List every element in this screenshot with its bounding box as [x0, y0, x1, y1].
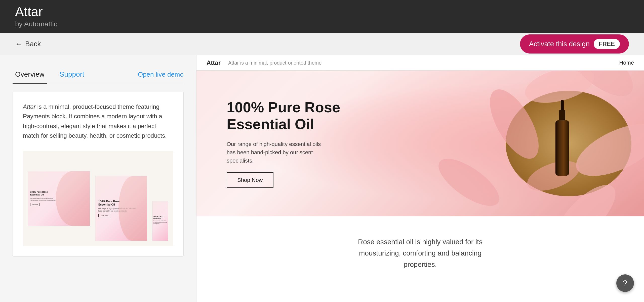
hero-subtext: Our range of high-quality essential oils… [227, 140, 327, 165]
help-button[interactable]: ? [616, 274, 634, 292]
preview-logo: Attar [207, 59, 221, 66]
left-panel: Overview Support Open live demo Attar is… [0, 55, 196, 302]
action-bar: ← Back Activate this design FREE [0, 33, 644, 55]
svg-rect-17 [555, 120, 569, 176]
open-live-demo-link[interactable]: Open live demo [138, 71, 184, 78]
right-panel: Attar Attar is a minimal, product-orient… [196, 55, 644, 302]
preview-chrome: Attar Attar is a minimal, product-orient… [196, 55, 644, 71]
svg-rect-15 [561, 100, 564, 110]
overview-box: Attar is a minimal, product-focused them… [13, 92, 184, 257]
tab-support[interactable]: Support [57, 65, 87, 84]
bottle-svg [551, 100, 574, 186]
help-icon: ? [623, 279, 627, 288]
hero-heading: 100% Pure Rose Essential Oil [227, 99, 340, 132]
preview-tagline: Attar is a minimal, product-oriented the… [228, 60, 321, 66]
hero-text-block: 100% Pure Rose Essential Oil Our range o… [227, 99, 340, 188]
theme-title: Attar [15, 5, 57, 19]
tabs-bar: Overview Support Open live demo [13, 65, 184, 84]
back-arrow-icon: ← [15, 40, 23, 48]
preview-nav[interactable]: Home [619, 60, 634, 66]
bottle-decoration [551, 100, 574, 187]
shop-now-button[interactable]: Shop Now [227, 172, 273, 188]
mobile-preview: 100% Pure RoseEssential Oil Our essentia… [152, 201, 168, 241]
overview-text-rest: is a minimal, product-focused theme feat… [23, 103, 167, 139]
activate-label: Activate this design [529, 40, 590, 48]
back-button[interactable]: ← Back [15, 40, 41, 48]
svg-point-6 [569, 113, 644, 187]
activate-button[interactable]: Activate this design FREE [520, 34, 629, 54]
second-section-text: Rose essential oil is highly valued for … [357, 236, 483, 270]
free-badge: FREE [594, 39, 620, 49]
tablet-preview: 100% Pure RoseEssential Oil Our range of… [95, 176, 147, 241]
theme-name-italic: Attar [23, 103, 36, 110]
svg-rect-16 [559, 110, 565, 121]
back-label: Back [25, 40, 41, 48]
preview-screenshots: 100% Pure RoseEssential Oil Our essentia… [23, 151, 173, 246]
desktop-preview: 100% Pure RoseEssential Oil Our essentia… [28, 171, 90, 226]
preview-second-section: Rose essential oil is highly valued for … [196, 216, 644, 290]
theme-author: by Automattic [15, 20, 57, 28]
main-content: Overview Support Open live demo Attar is… [0, 55, 644, 302]
svg-point-7 [431, 150, 506, 215]
preview-hero: 100% Pure Rose Essential Oil Our range o… [196, 71, 644, 216]
tab-overview[interactable]: Overview [13, 65, 47, 84]
overview-text: Attar is a minimal, product-focused them… [23, 102, 173, 141]
top-header: Attar by Automattic [0, 0, 644, 33]
